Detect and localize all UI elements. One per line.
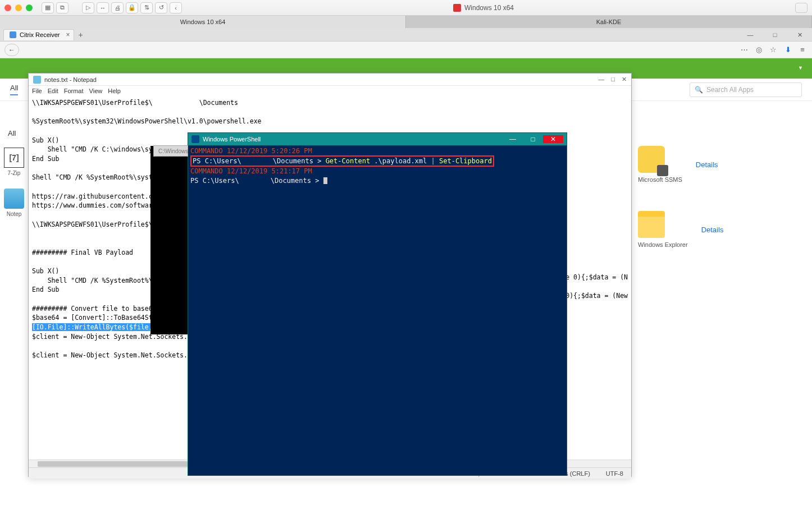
ps-minimize[interactable]: — <box>503 135 523 143</box>
search-icon: 🔍 <box>695 86 703 94</box>
menu-view[interactable]: View <box>89 88 103 94</box>
ps-cmdlet: Get-Content <box>326 157 370 165</box>
cmd-tab-label: C:\Windows <box>158 148 188 154</box>
card-ssms: Microsoft SSMS Details <box>638 146 795 183</box>
star-icon[interactable]: ☆ <box>768 45 778 54</box>
cmd-tab[interactable]: C:\Windows <box>153 145 188 157</box>
mac-minimize[interactable] <box>15 4 22 11</box>
mac-close[interactable] <box>4 4 11 11</box>
cmd-window-stub[interactable] <box>150 146 188 334</box>
all-heading: All <box>8 129 28 137</box>
detail-area: Microsoft SSMS Details Windows Explorer … <box>638 146 795 276</box>
vm-tab-win10[interactable]: Windows 10 x64 <box>0 16 406 28</box>
np-text: $client = New-Object System.Net.Sockets.… <box>32 333 191 359</box>
ps-timestamp: COMMANDO 12/12/2019 5:21:17 PM <box>190 167 312 175</box>
sidebar-apps: All [7] 7-Zip Notep <box>0 129 28 229</box>
mac-title-text: Windows 10 x64 <box>464 4 514 12</box>
back-button[interactable]: ← <box>4 44 19 56</box>
card-explorer: Windows Explorer Details <box>638 211 795 248</box>
tab-close-icon[interactable]: × <box>66 29 70 40</box>
vm-btn-6[interactable]: 🔒 <box>126 2 138 13</box>
mac-maximize[interactable] <box>26 4 33 11</box>
status-encoding: UTF-8 <box>606 470 623 477</box>
highlighted-command: PS C:\Users\\Documents > Get-Content .\p… <box>190 155 494 167</box>
7zip-icon: [7] <box>4 148 24 168</box>
menu-help[interactable]: Help <box>108 88 121 94</box>
ps-prompt: PS C:\Users\ <box>193 157 241 165</box>
citrix-favicon <box>10 31 16 38</box>
browser-navbar: ← ⋯ ◎ ☆ ⬇ ≡ <box>0 42 812 58</box>
vm-icon <box>453 4 461 12</box>
ps-timestamp: COMMANDO 12/12/2019 5:20:26 PM <box>190 147 312 155</box>
np-close[interactable]: ✕ <box>622 76 627 83</box>
ps-cmdlet: Set-Clipboard <box>439 157 492 165</box>
mac-snapshot-btn[interactable] <box>795 3 808 13</box>
ps-pipe: | <box>431 157 435 165</box>
traffic-lights <box>4 4 33 11</box>
app-label: 7-Zip <box>8 170 21 176</box>
ps-maximize[interactable]: □ <box>523 135 543 143</box>
vm-toolbar-2: ▷ ↔ 🖨 🔒 ⇅ ↺ ‹ <box>82 2 182 13</box>
powershell-window: C:\Windows Windows PowerShell — □ ✕ COMM… <box>188 132 567 476</box>
all-tab[interactable]: All <box>10 84 18 95</box>
vm-btn-7[interactable]: ⇅ <box>140 2 153 13</box>
ps-titlebar[interactable]: Windows PowerShell — □ ✕ <box>188 133 567 145</box>
hamburger-icon[interactable]: ≡ <box>797 45 808 54</box>
np-minimize[interactable]: — <box>598 76 604 83</box>
vm-btn-3[interactable]: ▷ <box>82 2 94 13</box>
card-label: Windows Explorer <box>638 241 688 248</box>
notepad-app-icon <box>33 76 41 84</box>
vm-btn-4[interactable]: ↔ <box>97 2 109 13</box>
mac-window-title: Windows 10 x64 <box>185 4 782 12</box>
vm-btn-1[interactable]: ▦ <box>42 2 54 13</box>
download-icon[interactable]: ⬇ <box>783 45 793 54</box>
ps-terminal[interactable]: COMMANDO 12/12/2019 5:20:26 PM PS C:\Use… <box>188 145 567 186</box>
ssms-icon[interactable] <box>638 146 665 173</box>
notepad-menubar: File Edit Format View Help <box>29 86 631 96</box>
win-close[interactable]: ✕ <box>787 28 812 42</box>
new-tab-button[interactable]: + <box>74 30 88 39</box>
shield-icon[interactable]: ◎ <box>754 45 764 54</box>
ps-prompt: \Documents > <box>273 157 322 165</box>
explorer-icon[interactable] <box>638 211 665 238</box>
ps-prompt: PS C:\Users\ <box>190 177 239 185</box>
vm-btn-8[interactable]: ↺ <box>155 2 167 13</box>
notepad-titlebar[interactable]: notes.txt - Notepad — □ ✕ <box>29 74 631 86</box>
vm-btn-5[interactable]: 🖨 <box>111 2 124 13</box>
ps-prompt: \Documents > <box>271 177 320 185</box>
vm-btn-2[interactable]: ⧉ <box>56 2 69 13</box>
np-maximize[interactable]: □ <box>611 76 615 83</box>
vm-tab-strip: Windows 10 x64 Kali-KDE <box>0 16 812 28</box>
banner-dropdown-icon[interactable]: ▼ <box>798 65 803 71</box>
browser-tab-strip: Citrix Receiver × + — □ ✕ <box>0 28 812 42</box>
notepad-title-text: notes.txt - Notepad <box>44 76 97 83</box>
app-label: Notep <box>7 211 22 217</box>
vm-btn-9[interactable]: ‹ <box>170 2 182 13</box>
ps-title-text: Windows PowerShell <box>203 136 261 143</box>
details-link[interactable]: Details <box>696 160 718 169</box>
menu-format[interactable]: Format <box>64 88 84 94</box>
window-controls: — □ ✕ <box>738 28 812 42</box>
win-maximize[interactable]: □ <box>763 28 787 42</box>
menu-file[interactable]: File <box>32 88 42 94</box>
menu-dots-icon[interactable]: ⋯ <box>739 45 749 54</box>
ps-close[interactable]: ✕ <box>543 135 563 143</box>
search-input[interactable]: 🔍 Search All Apps <box>690 82 802 97</box>
mac-titlebar: ▦ ⧉ ▷ ↔ 🖨 🔒 ⇅ ↺ ‹ Windows 10 x64 <box>0 0 812 16</box>
cursor <box>323 177 327 184</box>
ps-arg: .\payload.xml <box>374 157 427 165</box>
details-link[interactable]: Details <box>701 226 724 234</box>
win-minimize[interactable]: — <box>738 28 763 42</box>
vm-toolbar: ▦ ⧉ <box>42 2 69 13</box>
vm-tab-kali[interactable]: Kali-KDE <box>406 16 812 28</box>
notepad-icon <box>4 189 24 209</box>
ps-icon <box>191 135 199 143</box>
menu-edit[interactable]: Edit <box>48 88 58 94</box>
app-7zip[interactable]: [7] 7-Zip <box>0 148 28 176</box>
app-notepad[interactable]: Notep <box>0 189 28 217</box>
search-placeholder: Search All Apps <box>706 86 754 94</box>
tab-label: Citrix Receiver <box>20 29 60 40</box>
card-label: Microsoft SSMS <box>638 176 682 183</box>
browser-tab-citrix[interactable]: Citrix Receiver × <box>3 29 74 40</box>
